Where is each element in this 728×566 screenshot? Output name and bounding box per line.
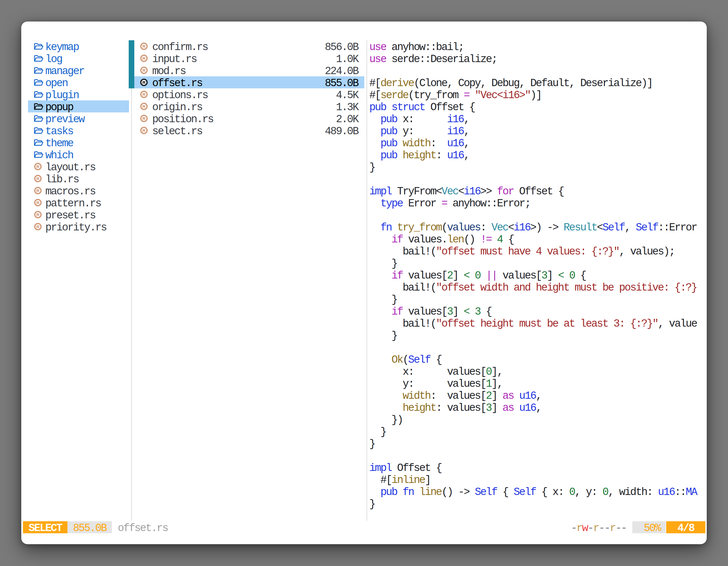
svg-text:R: R bbox=[142, 56, 145, 60]
svg-text:R: R bbox=[36, 164, 39, 169]
svg-text:R: R bbox=[142, 68, 145, 72]
svg-text:R: R bbox=[142, 104, 145, 109]
svg-text:R: R bbox=[36, 224, 39, 229]
svg-text:R: R bbox=[36, 212, 39, 217]
svg-text:R: R bbox=[36, 188, 39, 193]
svg-text:R: R bbox=[36, 176, 39, 181]
svg-text:R: R bbox=[142, 92, 145, 97]
svg-text:R: R bbox=[142, 116, 145, 121]
svg-text:R: R bbox=[142, 80, 145, 85]
svg-text:R: R bbox=[36, 200, 39, 205]
svg-text:R: R bbox=[142, 44, 145, 48]
svg-text:R: R bbox=[142, 128, 145, 133]
